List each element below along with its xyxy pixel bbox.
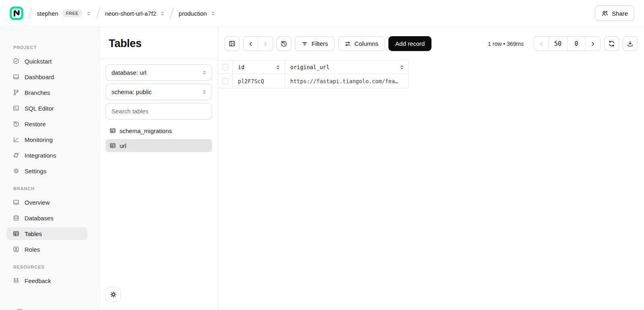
sidebar-item-quickstart[interactable]: Quickstart xyxy=(6,55,87,68)
column-name-label: original_url xyxy=(290,64,330,70)
select-all-checkbox[interactable] xyxy=(222,64,229,70)
filters-button-label: Filters xyxy=(312,40,328,47)
window-icon xyxy=(17,308,23,310)
sidebar-item-feedback[interactable]: Feedback xyxy=(6,274,87,287)
table-list: schema_migrations url xyxy=(100,122,218,154)
records-view: Filters Columns Add record 1 row • 369ms xyxy=(218,27,644,310)
breadcrumb: stephen FREE neon-short-url-a7f2 product… xyxy=(10,6,216,20)
sidebar-item-restore[interactable]: Restore xyxy=(6,117,87,130)
next-page-button[interactable] xyxy=(586,37,600,51)
page-offset-field[interactable]: 0 xyxy=(568,37,586,51)
tables-panel: Tables database: url schema: public xyxy=(100,27,218,310)
chart-icon xyxy=(13,136,19,143)
window-icon xyxy=(13,199,19,205)
sidebar-item-label: Branches xyxy=(25,89,50,96)
panel-settings-button[interactable] xyxy=(105,287,121,302)
table-name-label: schema_migrations xyxy=(120,127,172,134)
collapse-panel-button[interactable] xyxy=(225,36,239,51)
people-icon xyxy=(13,277,19,284)
prev-page-button[interactable] xyxy=(534,37,549,51)
column-header-id[interactable]: id xyxy=(233,61,285,74)
sort-icon[interactable] xyxy=(399,65,405,70)
share-people-icon xyxy=(601,10,608,17)
window-icon xyxy=(13,74,19,80)
sidebar: PROJECT Quickstart Dashboard Branches SQ… xyxy=(0,27,100,310)
sidebar-item-monitoring[interactable]: Monitoring xyxy=(6,133,87,146)
column-name-label: id xyxy=(238,64,244,70)
history-clock-icon xyxy=(281,40,287,47)
toolbar-right-group: 1 row • 369ms 50 0 xyxy=(488,36,638,51)
share-button[interactable]: Share xyxy=(595,6,634,21)
org-name-label: stephen xyxy=(37,10,58,17)
gear-icon xyxy=(110,291,117,298)
sidebar-item-label: Monitoring xyxy=(25,136,53,143)
query-history-button[interactable] xyxy=(277,36,291,51)
neon-console: stephen FREE neon-short-url-a7f2 product… xyxy=(0,0,644,310)
search-tables-input[interactable] xyxy=(105,103,212,119)
section-title: PROJECT xyxy=(13,45,99,50)
chevron-updown-icon xyxy=(86,11,91,16)
sidebar-item-label: Restore xyxy=(25,121,46,127)
add-record-button-label: Add record xyxy=(395,40,425,47)
records-grid: id original_url xyxy=(218,60,409,88)
sidebar-item-roles[interactable]: Roles xyxy=(6,243,87,256)
sort-icon[interactable] xyxy=(275,65,281,70)
row-select-cell xyxy=(218,74,233,88)
collapse-panel-icon xyxy=(229,40,235,47)
sidebar-section-project: PROJECT Quickstart Dashboard Branches SQ… xyxy=(0,45,99,177)
forward-button[interactable] xyxy=(258,37,272,51)
breadcrumb-project[interactable]: neon-short-url-a7f2 xyxy=(105,10,165,17)
sidebar-item-sql-editor[interactable]: SQL Editor xyxy=(6,102,87,115)
sidebar-item-branches[interactable]: Branches xyxy=(6,86,87,99)
sidebar-item-label: Settings xyxy=(25,168,46,175)
database-select[interactable]: database: url xyxy=(105,64,212,81)
filter-icon xyxy=(301,41,308,47)
result-summary: 1 row • 369ms xyxy=(488,41,524,47)
gear-icon xyxy=(13,168,19,174)
git-branch-icon xyxy=(13,89,19,96)
share-button-label: Share xyxy=(612,10,628,17)
column-header-original-url[interactable]: original_url xyxy=(285,61,409,74)
refresh-button[interactable] xyxy=(604,36,619,51)
row-checkbox[interactable] xyxy=(222,78,229,84)
add-record-button[interactable]: Add record xyxy=(388,36,431,51)
records-toolbar: Filters Columns Add record 1 row • 369ms xyxy=(218,27,644,51)
download-icon xyxy=(627,40,634,47)
sidebar-item-dashboard[interactable]: Dashboard xyxy=(6,70,87,83)
neon-logo-icon xyxy=(10,6,23,20)
cell-original-url[interactable]: https://fastapi.tiangolo.com/fea… xyxy=(285,74,409,88)
sidebar-section-resources: RESOURCES Feedback xyxy=(0,265,99,287)
table-list-item-url[interactable]: url xyxy=(105,139,212,152)
sidebar-item-integrations[interactable]: Integrations xyxy=(6,149,87,162)
top-bar: stephen FREE neon-short-url-a7f2 product… xyxy=(0,0,644,27)
select-all-cell xyxy=(218,61,233,74)
table-icon xyxy=(109,127,116,134)
project-name-label: neon-short-url-a7f2 xyxy=(105,10,157,17)
breadcrumb-org[interactable]: stephen FREE xyxy=(37,9,92,17)
history-nav xyxy=(243,36,273,51)
table-list-item-schema-migrations[interactable]: schema_migrations xyxy=(105,124,212,137)
branch-name-label: production xyxy=(179,10,207,17)
neon-logo[interactable] xyxy=(10,6,23,20)
columns-button[interactable]: Columns xyxy=(338,36,385,51)
download-button[interactable] xyxy=(623,36,638,51)
breadcrumb-branch[interactable]: production xyxy=(179,10,216,17)
sidebar-item-settings[interactable]: Settings xyxy=(6,164,87,177)
back-button[interactable] xyxy=(244,37,258,51)
chevron-updown-icon xyxy=(160,11,165,16)
sidebar-item-label: Feedback xyxy=(25,277,51,284)
integrations-icon xyxy=(13,152,19,158)
page-size-field[interactable]: 50 xyxy=(549,37,568,51)
terminal-icon xyxy=(13,105,19,111)
sliders-icon xyxy=(345,41,351,47)
filters-button[interactable]: Filters xyxy=(295,36,334,51)
sidebar-item-databases[interactable]: Databases xyxy=(6,211,87,224)
sidebar-item-overview[interactable]: Overview xyxy=(6,196,87,209)
table-name-label: url xyxy=(120,142,126,149)
refresh-icon xyxy=(608,40,615,47)
sidebar-item-label: Quickstart xyxy=(25,58,52,65)
sidebar-item-tables[interactable]: Tables xyxy=(6,227,87,240)
history-clock-icon xyxy=(13,121,19,127)
schema-select[interactable]: schema: public xyxy=(105,84,212,100)
cell-id[interactable]: pl2F7ScQ xyxy=(233,74,285,88)
